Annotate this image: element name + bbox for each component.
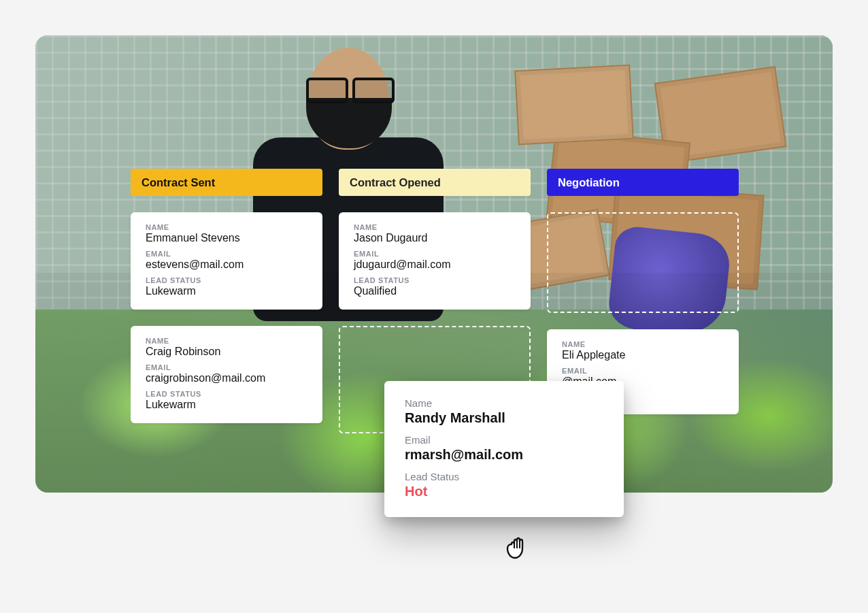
- glasses: [306, 78, 395, 98]
- lead-card[interactable]: NAME Jason Dugaurd EMAIL jdugaurd@mail.c…: [339, 212, 531, 310]
- field-value-name: Eli Applegate: [562, 349, 724, 361]
- field-label-lead-status: LEAD STATUS: [354, 276, 516, 284]
- field-value-lead-status: Hot: [405, 484, 603, 499]
- card-dropzone[interactable]: [547, 212, 739, 313]
- field-label-lead-status: LEAD STATUS: [146, 276, 307, 284]
- grab-cursor-icon: [503, 529, 536, 562]
- field-label-lead-status: LEAD STATUS: [146, 390, 307, 398]
- cardboard-box: [514, 65, 634, 146]
- column-title: Negotiation: [558, 176, 620, 189]
- lead-card[interactable]: NAME Emmanuel Stevens EMAIL estevens@mai…: [131, 212, 322, 310]
- field-value-lead-status: Qualified: [354, 285, 516, 297]
- lead-card-dragging[interactable]: Name Randy Marshall Email rmarsh@mail.co…: [384, 381, 624, 517]
- field-value-name: Jason Dugaurd: [354, 232, 516, 244]
- field-value-name: Emmanuel Stevens: [146, 232, 307, 244]
- field-value-name: Craig Robinson: [146, 346, 307, 358]
- app-frame: Contract Sent NAME Emmanuel Stevens EMAI…: [20, 20, 848, 593]
- field-label-email: EMAIL: [146, 363, 307, 371]
- field-label-name: NAME: [562, 340, 724, 348]
- field-label-email: Email: [405, 434, 603, 446]
- column-header-contract-opened[interactable]: Contract Opened: [339, 169, 531, 196]
- field-value-lead-status: Lukewarm: [146, 399, 307, 411]
- column-header-contract-sent[interactable]: Contract Sent: [131, 169, 322, 196]
- kanban-column-contract-sent: Contract Sent NAME Emmanuel Stevens EMAI…: [131, 169, 322, 433]
- field-label-name: NAME: [146, 337, 307, 345]
- field-value-email: jdugaurd@mail.com: [354, 259, 516, 271]
- field-label-email: EMAIL: [354, 250, 516, 258]
- column-title: Contract Sent: [141, 176, 215, 189]
- field-value-email: rmarsh@mail.com: [405, 447, 603, 463]
- field-label-email: EMAIL: [146, 250, 307, 258]
- field-label-name: Name: [405, 397, 603, 409]
- column-title: Contract Opened: [350, 176, 441, 189]
- column-header-negotiation[interactable]: Negotiation: [547, 169, 739, 196]
- field-label-name: NAME: [354, 223, 516, 231]
- field-value-lead-status: Lukewarm: [146, 285, 307, 297]
- field-value-email: estevens@mail.com: [146, 259, 307, 271]
- field-value-name: Randy Marshall: [405, 410, 603, 426]
- field-label-email: EMAIL: [562, 367, 724, 375]
- field-label-name: NAME: [146, 223, 307, 231]
- lead-card[interactable]: NAME Craig Robinson EMAIL craigrobinson@…: [131, 326, 322, 423]
- field-value-email: craigrobinson@mail.com: [146, 372, 307, 384]
- field-label-lead-status: Lead Status: [405, 471, 603, 482]
